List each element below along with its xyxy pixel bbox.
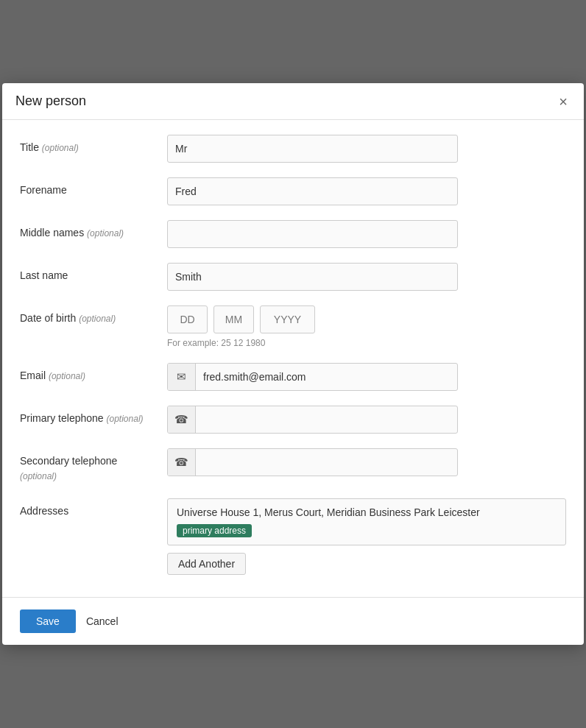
primary-tel-row: Primary telephone (optional) ☎ — [20, 406, 566, 434]
primary-tel-input-wrapper: ☎ — [167, 406, 458, 434]
cancel-button[interactable]: Cancel — [86, 615, 119, 627]
addresses-label: Addresses — [20, 498, 167, 519]
secondary-tel-label: Secondary telephone (optional) — [20, 448, 167, 483]
forename-control — [167, 177, 566, 205]
primary-tel-input[interactable] — [196, 406, 457, 433]
middle-names-input[interactable] — [167, 220, 458, 248]
email-input-wrapper: ✉ — [167, 363, 458, 391]
forename-row: Forename — [20, 177, 566, 205]
modal-body: Title (optional) Forename Middle — [2, 120, 584, 596]
email-icon: ✉ — [168, 364, 196, 390]
primary-tel-control: ☎ — [167, 406, 566, 434]
title-label: Title (optional) — [20, 135, 167, 155]
email-input[interactable] — [196, 364, 457, 390]
dob-yyyy-input[interactable] — [260, 305, 315, 333]
last-name-label: Last name — [20, 263, 167, 283]
middle-names-label: Middle names (optional) — [20, 220, 167, 241]
dob-dd-input[interactable] — [167, 305, 208, 333]
last-name-row: Last name — [20, 263, 566, 291]
forename-label: Forename — [20, 177, 167, 198]
title-input[interactable] — [167, 135, 458, 163]
email-label: Email (optional) — [20, 363, 167, 384]
primary-phone-icon: ☎ — [168, 406, 196, 433]
address-box: Universe House 1, Merus Court, Meridian … — [167, 498, 566, 545]
secondary-phone-icon: ☎ — [168, 449, 196, 476]
middle-names-control — [167, 220, 566, 248]
forename-input[interactable] — [167, 177, 458, 205]
modal-overlay: New person × Title (optional) Forename — [0, 0, 586, 728]
primary-address-badge: primary address — [177, 524, 252, 537]
middle-names-row: Middle names (optional) — [20, 220, 566, 248]
dob-group — [167, 305, 566, 333]
last-name-control — [167, 263, 566, 291]
modal-title: New person — [15, 93, 86, 109]
last-name-input[interactable] — [167, 263, 458, 291]
modal-footer: Save Cancel — [2, 597, 584, 645]
dob-label: Date of birth (optional) — [20, 305, 167, 326]
close-button[interactable]: × — [556, 94, 571, 109]
dob-control: For example: 25 12 1980 — [167, 305, 566, 348]
title-row: Title (optional) — [20, 135, 566, 163]
secondary-tel-control: ☎ — [167, 448, 566, 476]
secondary-tel-input-wrapper: ☎ — [167, 448, 458, 476]
secondary-tel-input[interactable] — [196, 449, 457, 476]
dob-example: For example: 25 12 1980 — [167, 338, 566, 348]
add-another-button[interactable]: Add Another — [167, 553, 246, 575]
primary-tel-label: Primary telephone (optional) — [20, 406, 167, 426]
addresses-row: Addresses Universe House 1, Merus Court,… — [20, 498, 566, 575]
email-row: Email (optional) ✉ — [20, 363, 566, 391]
dob-mm-input[interactable] — [213, 305, 254, 333]
addresses-control: Universe House 1, Merus Court, Meridian … — [167, 498, 566, 575]
address-text: Universe House 1, Merus Court, Meridian … — [177, 506, 557, 518]
modal-dialog: New person × Title (optional) Forename — [2, 83, 584, 644]
email-control: ✉ — [167, 363, 566, 391]
secondary-tel-row: Secondary telephone (optional) ☎ — [20, 448, 566, 483]
title-control — [167, 135, 566, 163]
save-button[interactable]: Save — [20, 609, 76, 633]
dob-row: Date of birth (optional) For example: 25… — [20, 305, 566, 348]
modal-header: New person × — [2, 83, 584, 120]
